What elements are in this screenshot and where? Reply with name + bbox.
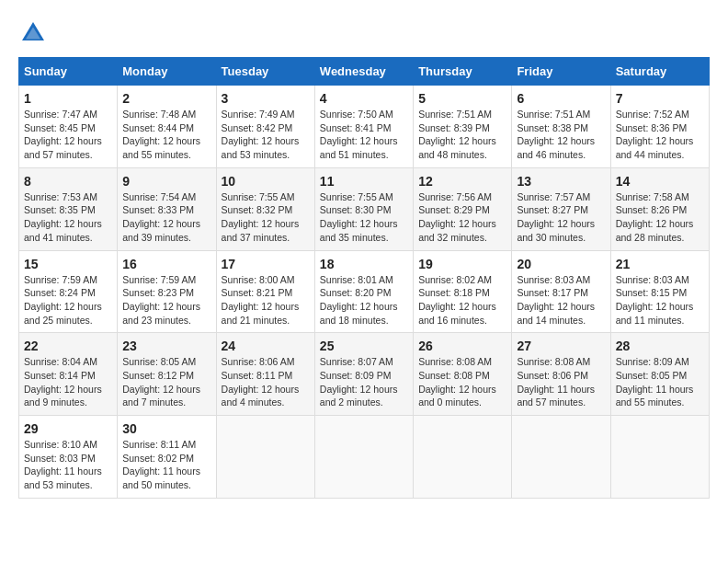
calendar-day-cell: 9Sunrise: 7:54 AM Sunset: 8:33 PM Daylig…	[118, 167, 216, 250]
calendar-day-cell: 22Sunrise: 8:04 AM Sunset: 8:14 PM Dayli…	[19, 333, 118, 416]
day-number: 4	[320, 91, 408, 106]
logo-icon	[18, 18, 48, 48]
calendar-day-cell: 8Sunrise: 7:53 AM Sunset: 8:35 PM Daylig…	[19, 167, 118, 250]
day-number: 18	[320, 257, 408, 271]
calendar-day-cell: 6Sunrise: 7:51 AM Sunset: 8:38 PM Daylig…	[512, 86, 610, 168]
day-number: 6	[517, 91, 605, 106]
page-header	[18, 18, 710, 48]
day-number: 28	[616, 339, 704, 353]
calendar-day-cell: 15Sunrise: 7:59 AM Sunset: 8:24 PM Dayli…	[19, 250, 118, 333]
calendar-day-cell: 18Sunrise: 8:01 AM Sunset: 8:20 PM Dayli…	[314, 250, 413, 333]
logo	[18, 18, 51, 48]
day-detail: Sunrise: 7:55 AM Sunset: 8:32 PM Dayligh…	[222, 190, 310, 245]
day-detail: Sunrise: 8:08 AM Sunset: 8:06 PM Dayligh…	[517, 355, 605, 409]
day-detail: Sunrise: 7:58 AM Sunset: 8:26 PM Dayligh…	[616, 190, 704, 245]
calendar-day-cell: 11Sunrise: 7:55 AM Sunset: 8:30 PM Dayli…	[314, 167, 413, 250]
day-detail: Sunrise: 7:59 AM Sunset: 8:23 PM Dayligh…	[122, 273, 210, 327]
calendar-day-cell: 12Sunrise: 7:56 AM Sunset: 8:29 PM Dayli…	[414, 167, 512, 250]
day-detail: Sunrise: 8:00 AM Sunset: 8:21 PM Dayligh…	[222, 273, 310, 327]
calendar-day-cell: 23Sunrise: 8:05 AM Sunset: 8:12 PM Dayli…	[118, 333, 216, 416]
calendar-day-cell: 17Sunrise: 8:00 AM Sunset: 8:21 PM Dayli…	[216, 250, 314, 333]
day-detail: Sunrise: 8:05 AM Sunset: 8:12 PM Dayligh…	[122, 355, 210, 409]
day-detail: Sunrise: 8:10 AM Sunset: 8:03 PM Dayligh…	[24, 438, 112, 492]
day-number: 14	[616, 174, 704, 189]
day-number: 9	[122, 174, 210, 189]
day-detail: Sunrise: 7:52 AM Sunset: 8:36 PM Dayligh…	[616, 108, 704, 162]
calendar-day-cell	[512, 416, 610, 499]
calendar-day-cell	[216, 416, 314, 499]
calendar-day-cell: 14Sunrise: 7:58 AM Sunset: 8:26 PM Dayli…	[610, 167, 709, 250]
weekday-header-friday: Friday	[512, 58, 610, 86]
calendar-day-cell: 7Sunrise: 7:52 AM Sunset: 8:36 PM Daylig…	[610, 86, 709, 168]
day-number: 12	[418, 174, 506, 189]
day-number: 30	[122, 421, 210, 436]
day-number: 10	[222, 174, 310, 189]
day-number: 22	[24, 339, 112, 353]
calendar-day-cell: 3Sunrise: 7:49 AM Sunset: 8:42 PM Daylig…	[216, 86, 314, 168]
day-number: 24	[222, 339, 310, 353]
calendar-day-cell: 29Sunrise: 8:10 AM Sunset: 8:03 PM Dayli…	[19, 416, 118, 499]
day-detail: Sunrise: 7:56 AM Sunset: 8:29 PM Dayligh…	[418, 190, 506, 245]
day-number: 20	[517, 257, 605, 271]
day-detail: Sunrise: 7:57 AM Sunset: 8:27 PM Dayligh…	[517, 190, 605, 245]
calendar-table: SundayMondayTuesdayWednesdayThursdayFrid…	[18, 57, 710, 499]
calendar-day-cell: 2Sunrise: 7:48 AM Sunset: 8:44 PM Daylig…	[118, 86, 216, 168]
day-detail: Sunrise: 8:01 AM Sunset: 8:20 PM Dayligh…	[320, 273, 408, 327]
day-number: 17	[222, 257, 310, 271]
day-detail: Sunrise: 7:54 AM Sunset: 8:33 PM Dayligh…	[122, 190, 210, 245]
day-number: 13	[517, 174, 605, 189]
day-detail: Sunrise: 8:04 AM Sunset: 8:14 PM Dayligh…	[24, 355, 112, 409]
calendar-day-cell: 21Sunrise: 8:03 AM Sunset: 8:15 PM Dayli…	[610, 250, 709, 333]
day-detail: Sunrise: 8:09 AM Sunset: 8:05 PM Dayligh…	[616, 355, 704, 409]
calendar-day-cell: 16Sunrise: 7:59 AM Sunset: 8:23 PM Dayli…	[118, 250, 216, 333]
calendar-day-cell	[414, 416, 512, 499]
calendar-day-cell: 4Sunrise: 7:50 AM Sunset: 8:41 PM Daylig…	[314, 86, 413, 168]
calendar-week-row: 22Sunrise: 8:04 AM Sunset: 8:14 PM Dayli…	[19, 333, 710, 416]
day-detail: Sunrise: 8:03 AM Sunset: 8:17 PM Dayligh…	[517, 273, 605, 327]
day-detail: Sunrise: 8:06 AM Sunset: 8:11 PM Dayligh…	[222, 355, 310, 409]
day-number: 19	[418, 257, 506, 271]
calendar-header-row: SundayMondayTuesdayWednesdayThursdayFrid…	[19, 58, 710, 86]
calendar-day-cell: 5Sunrise: 7:51 AM Sunset: 8:39 PM Daylig…	[414, 86, 512, 168]
weekday-header-thursday: Thursday	[414, 58, 512, 86]
calendar-day-cell: 27Sunrise: 8:08 AM Sunset: 8:06 PM Dayli…	[512, 333, 610, 416]
weekday-header-sunday: Sunday	[19, 58, 118, 86]
day-number: 7	[616, 91, 704, 106]
day-detail: Sunrise: 7:49 AM Sunset: 8:42 PM Dayligh…	[222, 108, 310, 162]
day-detail: Sunrise: 7:48 AM Sunset: 8:44 PM Dayligh…	[122, 108, 210, 162]
day-number: 16	[122, 257, 210, 271]
day-detail: Sunrise: 7:59 AM Sunset: 8:24 PM Dayligh…	[24, 273, 112, 327]
weekday-header-tuesday: Tuesday	[216, 58, 314, 86]
calendar-day-cell: 30Sunrise: 8:11 AM Sunset: 8:02 PM Dayli…	[118, 416, 216, 499]
calendar-day-cell: 13Sunrise: 7:57 AM Sunset: 8:27 PM Dayli…	[512, 167, 610, 250]
day-number: 2	[122, 91, 210, 106]
day-detail: Sunrise: 7:55 AM Sunset: 8:30 PM Dayligh…	[320, 190, 408, 245]
day-number: 5	[418, 91, 506, 106]
day-number: 21	[616, 257, 704, 271]
day-number: 1	[24, 91, 112, 106]
calendar-week-row: 15Sunrise: 7:59 AM Sunset: 8:24 PM Dayli…	[19, 250, 710, 333]
day-number: 25	[320, 339, 408, 353]
calendar-day-cell: 20Sunrise: 8:03 AM Sunset: 8:17 PM Dayli…	[512, 250, 610, 333]
calendar-day-cell: 19Sunrise: 8:02 AM Sunset: 8:18 PM Dayli…	[414, 250, 512, 333]
day-detail: Sunrise: 7:53 AM Sunset: 8:35 PM Dayligh…	[24, 190, 112, 245]
day-detail: Sunrise: 8:11 AM Sunset: 8:02 PM Dayligh…	[122, 438, 210, 492]
calendar-day-cell: 28Sunrise: 8:09 AM Sunset: 8:05 PM Dayli…	[610, 333, 709, 416]
day-number: 26	[418, 339, 506, 353]
calendar-day-cell: 24Sunrise: 8:06 AM Sunset: 8:11 PM Dayli…	[216, 333, 314, 416]
day-detail: Sunrise: 7:47 AM Sunset: 8:45 PM Dayligh…	[24, 108, 112, 162]
weekday-header-wednesday: Wednesday	[314, 58, 413, 86]
calendar-day-cell	[610, 416, 709, 499]
calendar-day-cell: 25Sunrise: 8:07 AM Sunset: 8:09 PM Dayli…	[314, 333, 413, 416]
day-number: 11	[320, 174, 408, 189]
calendar-day-cell: 1Sunrise: 7:47 AM Sunset: 8:45 PM Daylig…	[19, 86, 118, 168]
day-detail: Sunrise: 7:51 AM Sunset: 8:39 PM Dayligh…	[418, 108, 506, 162]
calendar-day-cell: 10Sunrise: 7:55 AM Sunset: 8:32 PM Dayli…	[216, 167, 314, 250]
day-number: 8	[24, 174, 112, 189]
day-detail: Sunrise: 7:51 AM Sunset: 8:38 PM Dayligh…	[517, 108, 605, 162]
calendar-day-cell: 26Sunrise: 8:08 AM Sunset: 8:08 PM Dayli…	[414, 333, 512, 416]
day-detail: Sunrise: 8:08 AM Sunset: 8:08 PM Dayligh…	[418, 355, 506, 409]
day-number: 15	[24, 257, 112, 271]
calendar-week-row: 1Sunrise: 7:47 AM Sunset: 8:45 PM Daylig…	[19, 86, 710, 168]
day-number: 3	[222, 91, 310, 106]
